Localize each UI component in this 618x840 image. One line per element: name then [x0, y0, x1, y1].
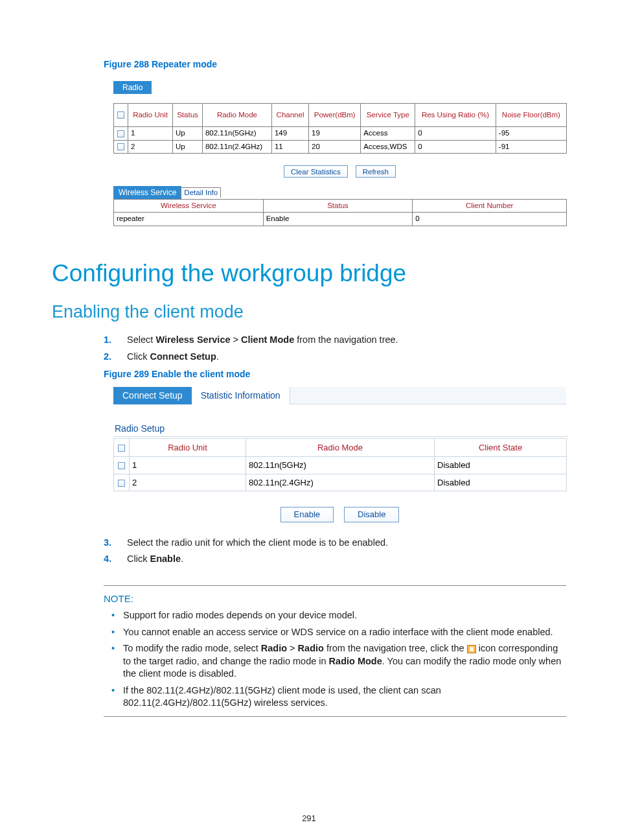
- cell-noise: -95: [496, 127, 566, 141]
- refresh-button[interactable]: Refresh: [356, 165, 396, 178]
- cell-ws-status: Enable: [263, 213, 413, 226]
- header-ws-status: Status: [263, 199, 413, 213]
- cell-client-state: Disabled: [435, 457, 567, 474]
- connect-setup-tab[interactable]: Connect Setup: [113, 387, 192, 404]
- header-checkbox[interactable]: [114, 439, 130, 457]
- header-radio-unit: Radio Unit: [130, 439, 246, 457]
- step-number: 2.: [104, 351, 124, 364]
- header-power: Power(dBm): [309, 104, 361, 127]
- step-number: 3.: [104, 537, 124, 550]
- step-text: >: [231, 334, 242, 345]
- cell-service-type: Access,WDS: [361, 140, 415, 154]
- radio-setup-row: 2 802.11n(2.4GHz) Disabled: [114, 474, 567, 491]
- radio-setup-heading: Radio Setup: [115, 423, 568, 437]
- note-item: To modify the radio mode, select Radio >…: [104, 642, 566, 681]
- heading-enabling-client-mode: Enabling the client mode: [52, 300, 566, 323]
- cell-radio-unit[interactable]: 2: [128, 140, 173, 154]
- header-service-type: Service Type: [361, 104, 415, 127]
- cell-channel: 11: [271, 140, 308, 154]
- bold-text: Client Mode: [241, 334, 294, 345]
- bold-text: Radio: [298, 643, 324, 653]
- radio-table: Radio Unit Status Radio Mode Channel Pow…: [113, 103, 567, 154]
- bold-text: Wireless Service: [155, 334, 230, 345]
- cell-radio-unit[interactable]: 2: [130, 474, 246, 491]
- page-number: 291: [0, 813, 618, 824]
- note-item: Support for radio modes depends on your …: [104, 609, 566, 622]
- header-checkbox[interactable]: [114, 104, 128, 127]
- cell-radio-mode: 802.11n(5GHz): [202, 127, 271, 141]
- figure-289: Connect Setup Statistic Information Radi…: [113, 387, 566, 522]
- cell-radio-unit[interactable]: 1: [130, 457, 246, 474]
- note-text: from the navigation tree, click the: [324, 643, 467, 653]
- note-block: NOTE: Support for radio modes depends on…: [104, 585, 566, 717]
- cell-radio-unit[interactable]: 1: [128, 127, 173, 141]
- divider: [104, 585, 566, 586]
- header-radio-mode: Radio Mode: [246, 439, 435, 457]
- checkbox-icon[interactable]: [117, 111, 124, 119]
- wireless-service-tab[interactable]: Wireless Service: [113, 186, 181, 199]
- note-text: Support for radio modes depends on your …: [123, 610, 357, 620]
- tabs-spacer: [290, 387, 566, 404]
- checkbox-icon[interactable]: [118, 480, 125, 487]
- radio-setup-table: Radio Unit Radio Mode Client State 1 802…: [113, 438, 567, 491]
- bold-text: Radio Mode: [329, 656, 382, 666]
- header-client-number: Client Number: [413, 199, 567, 213]
- statistic-information-tab[interactable]: Statistic Information: [192, 387, 290, 404]
- note-text: >: [287, 643, 298, 653]
- header-radio-mode: Radio Mode: [202, 104, 271, 127]
- checkbox-icon[interactable]: [118, 462, 125, 469]
- checkbox-icon[interactable]: [117, 130, 124, 137]
- step-text: Select: [127, 334, 155, 345]
- step-1: 1. Select Wireless Service > Client Mode…: [104, 334, 566, 347]
- cell-service-type: Access: [361, 127, 415, 141]
- figure-288-caption: Figure 288 Repeater mode: [104, 58, 566, 71]
- cell-res-ratio: 0: [415, 140, 496, 154]
- radio-row: 2 Up 802.11n(2.4GHz) 11 20 Access,WDS 0 …: [114, 140, 567, 154]
- bold-text: Radio: [261, 643, 287, 653]
- step-4: 4. Click Enable.: [104, 553, 566, 566]
- step-text: from the navigation tree.: [294, 334, 398, 345]
- divider: [104, 716, 566, 717]
- note-text: If the 802.11(2.4GHz)/802.11(5GHz) clien…: [123, 685, 441, 708]
- clear-statistics-button[interactable]: Clear Statistics: [284, 165, 348, 178]
- radio-row: 1 Up 802.11n(5GHz) 149 19 Access 0 -95: [114, 127, 567, 141]
- step-text: Click: [127, 554, 150, 564]
- cell-ws-name: repeater: [114, 213, 264, 226]
- header-wireless-service: Wireless Service: [114, 199, 264, 213]
- note-text: To modify the radio mode, select: [123, 643, 261, 653]
- cell-status: Up: [173, 127, 203, 141]
- header-channel: Channel: [271, 104, 308, 127]
- header-res-ratio: Res Using Ratio (%): [415, 104, 496, 127]
- wireless-service-row: repeater Enable 0: [114, 213, 567, 226]
- header-status: Status: [173, 104, 203, 127]
- cell-channel: 149: [271, 127, 308, 141]
- note-item: You cannot enable an access service or W…: [104, 626, 566, 639]
- step-text: .: [216, 351, 219, 362]
- step-3: 3. Select the radio unit for which the c…: [104, 537, 566, 550]
- note-text: You cannot enable an access service or W…: [123, 627, 553, 637]
- checkbox-icon[interactable]: [118, 445, 125, 452]
- detail-info-tab[interactable]: Detail Info: [181, 187, 221, 198]
- cell-radio-mode: 802.11n(5GHz): [246, 457, 435, 474]
- cell-power: 20: [309, 140, 361, 154]
- figure-288: Radio Radio Unit Status Radio Mode Chann…: [113, 81, 566, 226]
- note-heading: NOTE:: [104, 592, 566, 605]
- step-2: 2. Click Connect Setup.: [104, 351, 566, 364]
- wireless-service-table: Wireless Service Status Client Number re…: [113, 199, 567, 226]
- cell-power: 19: [309, 127, 361, 141]
- header-client-state: Client State: [435, 439, 567, 457]
- heading-configuring-workgroup-bridge: Configuring the workgroup bridge: [52, 257, 566, 290]
- cell-noise: -91: [496, 140, 566, 154]
- disable-button[interactable]: Disable: [344, 507, 399, 522]
- header-noise: Noise Floor(dBm): [496, 104, 566, 127]
- radio-tab[interactable]: Radio: [113, 81, 152, 94]
- bold-text: Enable: [150, 554, 181, 564]
- bold-text: Connect Setup: [150, 351, 216, 362]
- header-radio-unit: Radio Unit: [128, 104, 173, 127]
- enable-button[interactable]: Enable: [280, 507, 334, 522]
- checkbox-icon[interactable]: [117, 143, 124, 150]
- cell-client-state: Disabled: [435, 474, 567, 491]
- step-text: Click: [127, 351, 150, 362]
- step-number: 4.: [104, 553, 124, 566]
- step-text: .: [181, 554, 183, 564]
